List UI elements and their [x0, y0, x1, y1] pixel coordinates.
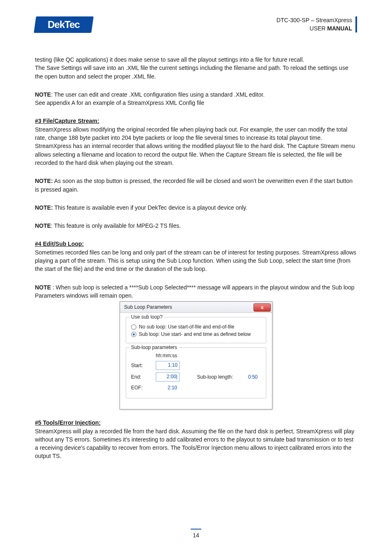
note: NOTE: This feature is available even if …: [35, 204, 357, 212]
group-label: Use sub loop?: [129, 314, 164, 320]
dialog-title: Sub Loop Parameters: [124, 304, 172, 310]
note: NOTE : When sub loop is selected a ****S…: [35, 283, 357, 300]
start-input[interactable]: 1:10: [156, 361, 180, 370]
close-button[interactable]: x: [254, 303, 271, 312]
paragraph: See appendix A for an example of a Strea…: [35, 99, 357, 107]
close-icon: x: [261, 305, 264, 310]
group-label: Sub-loop parameters: [129, 345, 179, 350]
row-label: Sub-loop length:: [180, 374, 236, 380]
section-heading: #4 Edit/Sub Loop:: [35, 240, 357, 248]
note: NOTE: The user can edit and create .XML …: [35, 90, 357, 99]
paragraph: testing (like QC applications) it does m…: [35, 56, 357, 64]
row-label: EOF:: [131, 385, 156, 391]
page-body: testing (like QC applications) it does m…: [35, 56, 357, 460]
subloop-dialog: Sub Loop Parameters x Use sub loop? No s…: [120, 301, 272, 409]
subloop-params-group: Sub-loop parameters hh:mm:ss Start: 1:10…: [126, 347, 266, 398]
paragraph: StreamXpress will play a recorded file f…: [35, 427, 357, 460]
radio-icon: [131, 324, 136, 330]
doc-type: USER MANUAL: [277, 25, 352, 33]
use-subloop-group: Use sub loop? No sub loop: Use start-of-…: [126, 317, 266, 343]
radio-icon: [131, 332, 136, 337]
paragraph: StreamXpress allows modifying the origin…: [35, 125, 357, 167]
header-right: DTC-300-SP – StreamXpress USER MANUAL: [277, 16, 357, 32]
column-header: hh:mm:ss: [156, 353, 180, 358]
section-heading: #3 File/Capture Stream:: [35, 117, 357, 125]
radio-no-subloop[interactable]: No sub loop: Use start-of-file and end-o…: [131, 324, 261, 330]
page-footer: 14: [0, 529, 392, 539]
length-value: 0:50: [236, 373, 259, 381]
row-label: End:: [131, 374, 156, 380]
section-heading: #5 Tools/Error Injection:: [35, 419, 357, 427]
paragraph: Sometimes recorded files can be long and…: [35, 248, 357, 273]
radio-label: No sub loop: Use start-of-file and end-o…: [139, 324, 234, 330]
row-label: Start:: [131, 363, 156, 368]
page-header: DekTec DTC-300-SP – StreamXpress USER MA…: [35, 16, 357, 33]
logo: DekTec: [34, 16, 94, 33]
radio-subloop[interactable]: Sub loop: Use start- and end time as def…: [131, 331, 261, 337]
eof-value: 2:10: [156, 384, 179, 391]
note: NOTE: This feature is only available for…: [35, 222, 357, 230]
radio-label: Sub loop: Use start- and end time as def…: [139, 331, 251, 337]
product-name: DTC-300-SP – StreamXpress: [277, 16, 352, 25]
end-input[interactable]: 2:00|: [156, 372, 180, 382]
paragraph: The Save Settings will save into an .XML…: [35, 64, 357, 81]
page-number: 14: [193, 532, 199, 539]
note: NOTE: As soon as the stop button is pres…: [35, 177, 357, 194]
dialog-titlebar: Sub Loop Parameters x: [120, 302, 272, 313]
